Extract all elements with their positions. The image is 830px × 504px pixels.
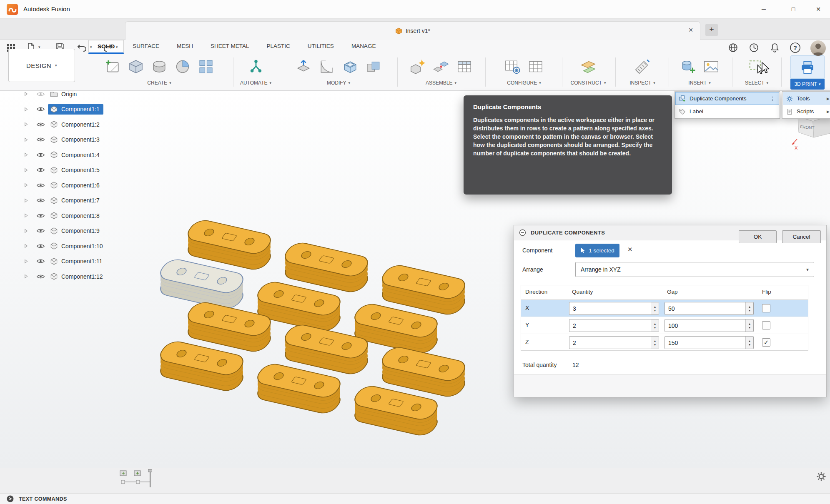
arrange-select[interactable]: Arrange in XYZ ▾ xyxy=(575,262,814,277)
create-form-button[interactable] xyxy=(151,58,168,75)
flip-checkbox[interactable] xyxy=(762,304,770,312)
window-close-button[interactable]: ✕ xyxy=(807,0,830,19)
quantity-spinner[interactable]: ▴▾ xyxy=(651,302,659,314)
undo-icon[interactable] xyxy=(77,42,88,52)
quantity-spinner[interactable]: ▴▾ xyxy=(651,319,659,332)
pattern-button[interactable] xyxy=(198,58,214,75)
construction-plane-button[interactable] xyxy=(580,58,597,75)
caret-down-icon[interactable]: ▾ xyxy=(90,45,92,49)
extensions-globe-icon[interactable] xyxy=(728,42,738,53)
group-label: INSPECT xyxy=(629,80,651,86)
group-label: AUTOMATE xyxy=(240,80,268,86)
new-component-button[interactable] xyxy=(409,58,426,75)
bom-table-button[interactable] xyxy=(456,58,473,75)
tab-manage[interactable]: MANAGE xyxy=(343,40,385,54)
fillet-button[interactable] xyxy=(318,58,335,75)
select-group-dropdown[interactable]: SELECT▾ xyxy=(735,80,779,86)
gap-spinner[interactable]: ▴▾ xyxy=(745,337,753,349)
menu-item-label-command[interactable]: Label xyxy=(675,105,779,118)
menu-item-tools[interactable]: Tools ▶ xyxy=(783,92,830,105)
insert-group-dropdown[interactable]: INSERT▾ xyxy=(670,80,730,86)
tools-submenu: Duplicate Components ⋮ Label xyxy=(675,91,780,119)
clear-selection-icon[interactable]: ✕ xyxy=(627,246,633,253)
quantity-input[interactable] xyxy=(569,302,659,315)
flip-checkbox[interactable] xyxy=(762,321,770,329)
kebab-icon[interactable]: ⋮ xyxy=(770,95,775,102)
document-tab[interactable]: Insert v1* ✕ xyxy=(125,21,700,40)
fusion-window: Autodesk Fusion ─ □ ✕ ▾ ▾ ▾ Insert v1* ✕… xyxy=(0,0,830,504)
modify-group-dropdown[interactable]: MODIFY▾ xyxy=(282,80,395,86)
automate-button[interactable] xyxy=(248,58,264,75)
quantity-input[interactable] xyxy=(569,336,659,349)
user-avatar[interactable] xyxy=(810,40,826,56)
preferences-gear-icon[interactable] xyxy=(816,472,826,482)
cancel-button[interactable]: Cancel xyxy=(782,230,821,243)
gap-input[interactable] xyxy=(665,319,754,332)
workspace-switcher-button[interactable]: DESIGN ▾ xyxy=(8,49,75,82)
total-quantity-value: 12 xyxy=(572,362,579,368)
tab-plastic[interactable]: PLASTIC xyxy=(258,40,299,54)
primitive-box-button[interactable] xyxy=(128,58,144,75)
sphere-button[interactable] xyxy=(174,58,191,75)
gap-spinner[interactable]: ▴▾ xyxy=(745,319,753,332)
create-group-dropdown[interactable]: CREATE▾ xyxy=(88,80,230,86)
ribbon-group-construct: CONSTRUCT▾ xyxy=(564,54,613,90)
close-tab-icon[interactable]: ✕ xyxy=(688,27,693,33)
job-status-clock-icon[interactable] xyxy=(749,42,759,53)
create-sketch-button[interactable] xyxy=(104,58,121,75)
quantity-input[interactable] xyxy=(569,319,659,332)
gap-input[interactable] xyxy=(665,336,754,349)
timeline-markers[interactable] xyxy=(119,469,158,491)
new-tab-button[interactable]: + xyxy=(705,24,718,36)
joint-button[interactable] xyxy=(433,58,449,75)
axis-row-y[interactable]: Y▴▾▴▾ xyxy=(521,317,808,334)
construct-group-dropdown[interactable]: CONSTRUCT▾ xyxy=(564,80,613,86)
selection-chip[interactable]: 1 selected xyxy=(575,244,619,257)
menu-item-duplicate-components[interactable]: Duplicate Components ⋮ xyxy=(675,92,779,105)
configure-group-dropdown[interactable]: CONFIGURE▾ xyxy=(489,80,559,86)
assemble-group-dropdown[interactable]: ASSEMBLE▾ xyxy=(399,80,483,86)
configure-button[interactable] xyxy=(504,58,521,75)
dialog-collapse-icon[interactable] xyxy=(519,229,526,236)
arrange-label: Arrange xyxy=(522,266,543,273)
3d-print-button[interactable]: 3D PRINT▾ xyxy=(790,55,825,90)
window-maximize-button[interactable]: □ xyxy=(782,0,805,19)
press-pull-button[interactable] xyxy=(295,58,312,75)
tab-sheet-metal[interactable]: SHEET METAL xyxy=(202,40,258,54)
shell-button[interactable] xyxy=(342,58,359,75)
measure-button[interactable] xyxy=(634,58,651,75)
menu-item-scripts[interactable]: Scripts ▶ xyxy=(783,105,830,118)
ok-button[interactable]: OK xyxy=(739,230,777,243)
flip-checkbox[interactable]: ✓ xyxy=(762,338,770,347)
text-commands-bar[interactable]: TEXT COMMANDS xyxy=(0,493,830,504)
ribbon-separator xyxy=(233,57,233,87)
caret-down-icon: ▾ xyxy=(806,267,809,272)
gap-input[interactable] xyxy=(665,302,754,315)
duplicate-components-icon xyxy=(679,95,686,102)
automate-group-dropdown[interactable]: AUTOMATE▾ xyxy=(236,80,276,86)
dialog-title: DUPLICATE COMPONENTS xyxy=(531,230,605,236)
axis-row-z[interactable]: Z▴▾▴▾✓ xyxy=(521,334,808,351)
insert-canvas-button[interactable] xyxy=(703,58,720,75)
caret-down-icon: ▾ xyxy=(55,63,57,67)
redo-icon[interactable] xyxy=(103,42,113,52)
tab-mesh[interactable]: MESH xyxy=(168,40,202,54)
tab-surface[interactable]: SURFACE xyxy=(124,40,168,54)
axis-row-x[interactable]: X▴▾▴▾ xyxy=(521,299,808,317)
insert-derive-button[interactable] xyxy=(680,58,696,75)
help-icon[interactable]: ? xyxy=(790,42,801,53)
3d-printer-icon xyxy=(790,55,825,79)
text-commands-icon xyxy=(7,495,14,502)
axis-table: Direction Quantity Gap Flip X▴▾▴▾Y▴▾▴▾Z▴… xyxy=(521,285,808,351)
window-minimize-button[interactable]: ─ xyxy=(752,0,775,19)
gap-spinner[interactable]: ▴▾ xyxy=(745,302,753,314)
configuration-table-button[interactable] xyxy=(527,58,544,75)
notifications-bell-icon[interactable] xyxy=(770,42,780,53)
caret-down-icon: ▾ xyxy=(270,81,272,85)
dialog-header[interactable]: DUPLICATE COMPONENTS xyxy=(514,225,826,240)
combine-button[interactable] xyxy=(365,58,382,75)
tab-utilities[interactable]: UTILITIES xyxy=(299,40,343,54)
quantity-spinner[interactable]: ▴▾ xyxy=(651,337,659,349)
caret-down-icon[interactable]: ▾ xyxy=(116,45,118,49)
inspect-group-dropdown[interactable]: INSPECT▾ xyxy=(618,80,667,86)
